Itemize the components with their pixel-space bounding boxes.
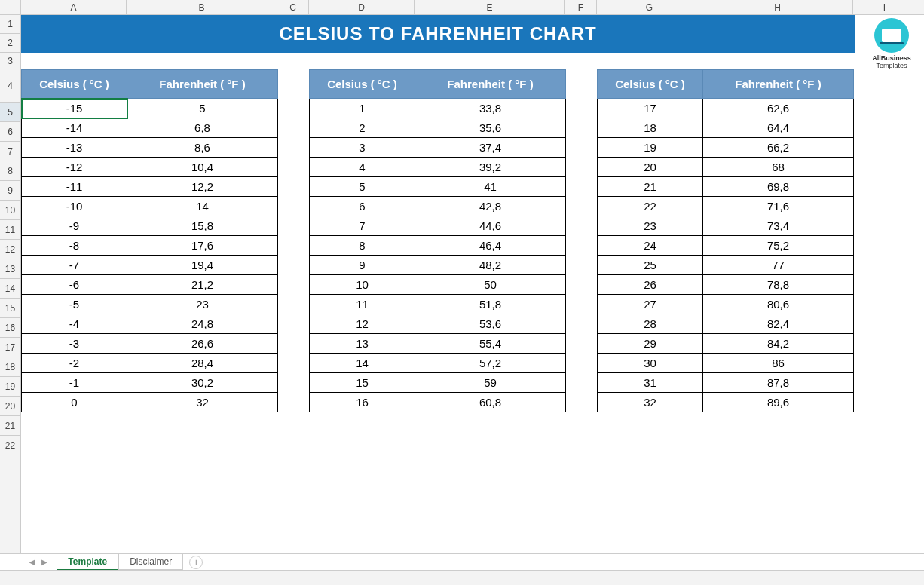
- cell-fahrenheit[interactable]: 59: [415, 373, 566, 393]
- cell-fahrenheit[interactable]: 6,8: [127, 118, 278, 138]
- col-celsius[interactable]: Celsius ( °C ): [598, 70, 703, 99]
- cell-celsius[interactable]: -5: [22, 295, 127, 314]
- cell-fahrenheit[interactable]: 87,8: [703, 373, 854, 393]
- cell-fahrenheit[interactable]: 78,8: [703, 275, 854, 295]
- cell-fahrenheit[interactable]: 55,4: [415, 334, 566, 354]
- table-row[interactable]: 1457,2: [310, 354, 566, 373]
- table-row[interactable]: 2169,8: [598, 177, 854, 197]
- table-row[interactable]: -146,8: [22, 118, 278, 138]
- cell-celsius[interactable]: 21: [598, 177, 703, 197]
- cell-celsius[interactable]: -10: [22, 197, 127, 216]
- cell-fahrenheit[interactable]: 35,6: [415, 118, 566, 138]
- cell-celsius[interactable]: 12: [310, 314, 415, 334]
- cell-fahrenheit[interactable]: 51,8: [415, 295, 566, 314]
- cell-fahrenheit[interactable]: 14: [127, 197, 278, 216]
- table-row[interactable]: 032: [22, 393, 278, 412]
- cell-fahrenheit[interactable]: 42,8: [415, 197, 566, 216]
- col-fahrenheit[interactable]: Fahrenheit ( °F ): [127, 70, 278, 99]
- cell-fahrenheit[interactable]: 66,2: [703, 138, 854, 158]
- cell-fahrenheit[interactable]: 53,6: [415, 314, 566, 334]
- cell-fahrenheit[interactable]: 44,6: [415, 216, 566, 236]
- table-row[interactable]: -719,4: [22, 256, 278, 275]
- col-fahrenheit[interactable]: Fahrenheit ( °F ): [703, 70, 854, 99]
- cell-fahrenheit[interactable]: 77: [703, 256, 854, 275]
- row-header-9[interactable]: 9: [0, 181, 20, 201]
- cell-fahrenheit[interactable]: 57,2: [415, 354, 566, 373]
- cell-celsius[interactable]: 25: [598, 256, 703, 275]
- cell-celsius[interactable]: 6: [310, 197, 415, 216]
- cell-fahrenheit[interactable]: 19,4: [127, 256, 278, 275]
- row-header-8[interactable]: 8: [0, 161, 20, 181]
- table-row[interactable]: -1112,2: [22, 177, 278, 197]
- cell-celsius[interactable]: 7: [310, 216, 415, 236]
- worksheet-grid[interactable]: CELSIUS TO FAHRENHEIT CHART AllBusiness …: [21, 15, 924, 553]
- cell-celsius[interactable]: 28: [598, 314, 703, 334]
- cell-fahrenheit[interactable]: 86: [703, 354, 854, 373]
- cell-celsius[interactable]: 1: [310, 99, 415, 118]
- cell-celsius[interactable]: 16: [310, 393, 415, 412]
- cell-fahrenheit[interactable]: 37,4: [415, 138, 566, 158]
- table-row[interactable]: 541: [310, 177, 566, 197]
- cell-celsius[interactable]: 27: [598, 295, 703, 314]
- row-header-14[interactable]: 14: [0, 279, 20, 299]
- cell-fahrenheit[interactable]: 68: [703, 158, 854, 177]
- cell-celsius[interactable]: 24: [598, 236, 703, 256]
- cell-celsius[interactable]: -3: [22, 334, 127, 354]
- cell-celsius[interactable]: 23: [598, 216, 703, 236]
- cell-celsius[interactable]: -15: [22, 99, 127, 118]
- cell-fahrenheit[interactable]: 62,6: [703, 99, 854, 118]
- row-header-19[interactable]: 19: [0, 377, 20, 397]
- cell-celsius[interactable]: 22: [598, 197, 703, 216]
- cell-celsius[interactable]: 10: [310, 275, 415, 295]
- cell-fahrenheit[interactable]: 21,2: [127, 275, 278, 295]
- table-row[interactable]: 2068: [598, 158, 854, 177]
- cell-fahrenheit[interactable]: 89,6: [703, 393, 854, 412]
- tab-nav-arrows[interactable]: ◄ ►: [27, 556, 49, 568]
- table-row[interactable]: 2984,2: [598, 334, 854, 354]
- row-header-3[interactable]: 3: [0, 53, 20, 69]
- cell-fahrenheit[interactable]: 75,2: [703, 236, 854, 256]
- table-row[interactable]: -915,8: [22, 216, 278, 236]
- table-row[interactable]: -817,6: [22, 236, 278, 256]
- table-row[interactable]: 1660,8: [310, 393, 566, 412]
- column-header-D[interactable]: D: [309, 0, 415, 14]
- table-row[interactable]: 2577: [598, 256, 854, 275]
- cell-celsius[interactable]: -7: [22, 256, 127, 275]
- cell-fahrenheit[interactable]: 10,4: [127, 158, 278, 177]
- row-header-18[interactable]: 18: [0, 357, 20, 377]
- col-fahrenheit[interactable]: Fahrenheit ( °F ): [415, 70, 566, 99]
- table-row[interactable]: 1151,8: [310, 295, 566, 314]
- cell-fahrenheit[interactable]: 5: [127, 99, 278, 118]
- cell-celsius[interactable]: 32: [598, 393, 703, 412]
- row-header-11[interactable]: 11: [0, 220, 20, 240]
- table-row[interactable]: -138,6: [22, 138, 278, 158]
- cell-celsius[interactable]: 11: [310, 295, 415, 314]
- cell-celsius[interactable]: 0: [22, 393, 127, 412]
- table-row[interactable]: 1253,6: [310, 314, 566, 334]
- select-all-corner[interactable]: [0, 0, 21, 14]
- row-header-20[interactable]: 20: [0, 397, 20, 416]
- cell-fahrenheit[interactable]: 30,2: [127, 373, 278, 393]
- cell-celsius[interactable]: -11: [22, 177, 127, 197]
- cell-celsius[interactable]: -2: [22, 354, 127, 373]
- table-row[interactable]: 1355,4: [310, 334, 566, 354]
- table-row[interactable]: 3289,6: [598, 393, 854, 412]
- table-row[interactable]: 3086: [598, 354, 854, 373]
- cell-celsius[interactable]: 29: [598, 334, 703, 354]
- cell-celsius[interactable]: 20: [598, 158, 703, 177]
- row-header-2[interactable]: 2: [0, 34, 20, 53]
- cell-fahrenheit[interactable]: 12,2: [127, 177, 278, 197]
- cell-celsius[interactable]: -9: [22, 216, 127, 236]
- table-row[interactable]: 1050: [310, 275, 566, 295]
- cell-fahrenheit[interactable]: 84,2: [703, 334, 854, 354]
- cell-fahrenheit[interactable]: 82,4: [703, 314, 854, 334]
- row-header-21[interactable]: 21: [0, 416, 20, 436]
- cell-fahrenheit[interactable]: 60,8: [415, 393, 566, 412]
- row-header-4[interactable]: 4: [0, 69, 20, 103]
- table-row[interactable]: -1210,4: [22, 158, 278, 177]
- cell-celsius[interactable]: 13: [310, 334, 415, 354]
- cell-celsius[interactable]: -8: [22, 236, 127, 256]
- table-row[interactable]: -155: [22, 99, 278, 118]
- cell-celsius[interactable]: 19: [598, 138, 703, 158]
- row-header-7[interactable]: 7: [0, 142, 20, 161]
